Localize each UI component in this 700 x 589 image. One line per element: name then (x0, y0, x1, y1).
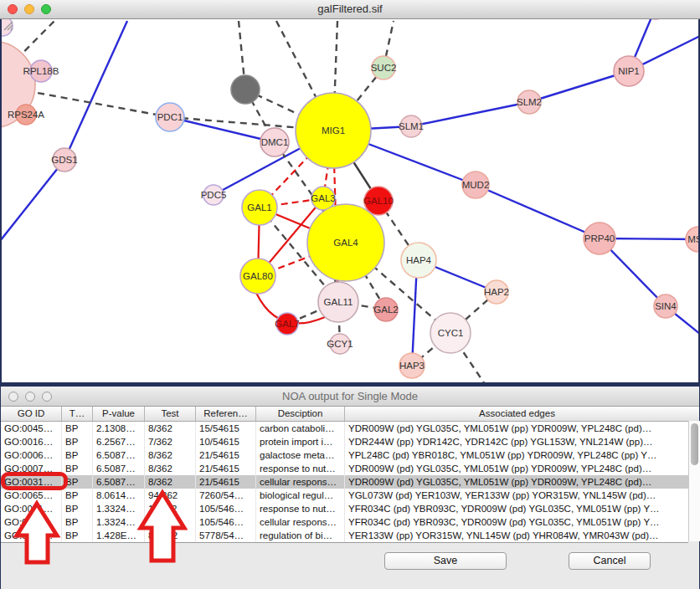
node-label-HAP3: HAP3 (399, 361, 425, 371)
node-label-GAL3: GAL3 (311, 193, 335, 203)
resize-grip-icon[interactable] (2, 19, 13, 31)
column-header-p-value[interactable]: P-value (93, 407, 145, 421)
cell-reference: 7260/54… (196, 489, 256, 502)
cell-test: 11/362 (145, 502, 196, 515)
noa-window: NOA output for Single Mode GO ID T… P-va… (0, 387, 700, 589)
noa-window-titlebar[interactable]: NOA output for Single Mode (1, 387, 699, 407)
cell-associated-edges: YPL248C (pd) YBR018C, YML051W (pp) YDR00… (345, 448, 688, 462)
node-label-RPS24A: RPS24A (8, 110, 44, 120)
cell-reference: 105/546… (196, 502, 256, 515)
cell-go-id: GO:0031… (1, 515, 62, 529)
cell-type: BP (62, 502, 93, 515)
network-edge[interactable] (2, 160, 64, 241)
cell-p-value: 1.3324… (93, 502, 145, 515)
cell-p-value: 1.3324… (93, 515, 145, 529)
node-label-DMC1: DMC1 (261, 137, 289, 147)
node-label-HAP4: HAP4 (406, 255, 432, 265)
table-row[interactable]: GO:0031… BP 1.3324… 11/362 105/546… resp… (1, 502, 688, 515)
cell-p-value: 6.2567… (93, 435, 145, 448)
table-row-selected[interactable]: GO:0031… BP 6.5087… 8/362 21/54615 cellu… (1, 475, 688, 489)
table-row[interactable]: GO:0031… BP 1.3324… 11/362 105/546… cell… (1, 515, 688, 529)
table-row[interactable]: GO:0016… BP 6.2567… 7/362 10/54615 prote… (1, 435, 688, 448)
cell-go-id: GO:0050… (1, 529, 62, 542)
node-label-CYC1: CYC1 (438, 328, 464, 338)
cell-associated-edges: YGL073W (pd) YER103W, YER133W (pp) YOR31… (345, 489, 688, 502)
table-row[interactable]: GO:0045… BP 2.1308… 8/362 15/54615 carbo… (1, 422, 688, 435)
column-header-reference[interactable]: Referen… (196, 407, 256, 421)
table-body: GO:0045… BP 2.1308… 8/362 15/54615 carbo… (1, 422, 688, 543)
column-header-test[interactable]: Test (145, 407, 196, 421)
cell-type: BP (62, 435, 93, 448)
network-window-titlebar[interactable]: galFiltered.sif (0, 0, 700, 19)
node-label-SUC2: SUC2 (371, 63, 397, 73)
cell-associated-edges: YER133W (pp) YOR315W, YNL145W (pd) YHR08… (345, 529, 688, 542)
node-label-SLM1: SLM1 (399, 121, 424, 131)
network-edge[interactable] (412, 264, 417, 366)
column-header-type[interactable]: T… (62, 407, 93, 421)
cell-description: regulation of bi… (256, 529, 345, 542)
window-title: galFiltered.sif (0, 3, 700, 15)
network-edge[interactable] (476, 185, 600, 238)
cell-description: carbon cataboli… (256, 422, 345, 435)
cell-p-value: 6.5087… (93, 475, 145, 489)
cell-go-id: GO:0045… (1, 422, 62, 435)
cell-reference: 21/54615 (196, 475, 256, 489)
save-button[interactable]: Save (384, 552, 507, 570)
network-canvas[interactable]: RPL18BRPS24AGDS1PDC1DMC1SUC2SLM1SLM2NIP1… (2, 19, 698, 382)
screenshot-root: { "window_top": { "title": "galFiltered.… (0, 0, 700, 589)
node-label-GAL11: GAL11 (324, 297, 353, 307)
table-row[interactable]: GO:0065… BP 8.0614… 94/362 7260/54… biol… (1, 489, 688, 502)
cell-reference: 21/54615 (196, 448, 256, 462)
cell-type: BP (62, 422, 93, 435)
cell-type: BP (62, 462, 93, 475)
cell-go-id: GO:0016… (1, 435, 62, 448)
node-label-MIG1: MIG1 (322, 125, 345, 136)
cell-description: biological regul… (256, 489, 345, 502)
cancel-button[interactable]: Cancel (569, 552, 651, 570)
cell-description: galactose meta… (256, 448, 345, 462)
network-edge[interactable] (411, 102, 529, 126)
column-header-go-id[interactable]: GO ID (1, 407, 62, 421)
node-label-NIP1: NIP1 (618, 66, 640, 76)
cell-go-id: GO:0065… (1, 489, 62, 502)
node-gray-node[interactable] (231, 75, 260, 104)
cell-description: response to nut… (256, 462, 345, 475)
node-label-RPL18B: RPL18B (23, 66, 59, 76)
cell-reference: 105/546… (196, 515, 256, 529)
cell-test: 8/362 (145, 462, 196, 475)
node-label-SLM2: SLM2 (517, 97, 542, 107)
cell-test: 80/362 (145, 529, 196, 542)
cell-reference: 5778/54… (196, 529, 256, 542)
cell-p-value: 6.5087… (93, 462, 145, 475)
noa-window-title: NOA output for Single Mode (1, 390, 699, 402)
cell-associated-edges: YDR009W (pd) YGL035C, YML051W (pp) YDR00… (345, 422, 688, 435)
table-row[interactable]: GO:0050… BP 1.428E… 80/362 5778/54… regu… (1, 529, 688, 542)
noa-results-table: GO ID T… P-value Test Referen… Desciptio… (1, 407, 699, 543)
cell-reference: 10/54615 (196, 435, 256, 448)
cell-test: 8/362 (145, 475, 196, 489)
node-label-GAL80: GAL80 (243, 271, 273, 281)
column-header-description[interactable]: Desciption (256, 407, 345, 421)
cell-p-value: 2.1308… (93, 422, 145, 435)
table-scrollbar[interactable] (688, 421, 700, 541)
network-graph: RPL18BRPS24AGDS1PDC1DMC1SUC2SLM1SLM2NIP1… (2, 19, 698, 382)
table-row[interactable]: GO:0007… BP 6.5087… 8/362 21/54615 respo… (1, 462, 688, 475)
cell-p-value: 8.0614… (93, 489, 145, 502)
node-label-MUD2: MUD2 (462, 180, 490, 190)
node-label-GCY1: GCY1 (327, 339, 353, 349)
cell-associated-edges: YDR009W (pd) YGL035C, YML051W (pp) YDR00… (345, 475, 688, 489)
node-label-GAL7: GAL7 (275, 319, 299, 329)
cell-go-id: GO:0031… (1, 502, 62, 515)
scrollbar-thumb[interactable] (691, 423, 698, 465)
table-header-row: GO ID T… P-value Test Referen… Desciptio… (1, 407, 699, 422)
column-header-associated-edges[interactable]: Associated edges (345, 407, 689, 421)
cell-test: 94/362 (145, 489, 196, 502)
cell-test: 8/362 (145, 448, 196, 462)
table-row[interactable]: GO:0006… BP 6.5087… 8/362 21/54615 galac… (1, 448, 688, 462)
network-window: galFiltered.sif RPL18BRPS24AGDS1PDC1DMC1… (0, 0, 700, 384)
cell-associated-edges: YFR034C (pd) YBR093C, YDR009W (pd) YGL03… (345, 502, 688, 515)
network-edge[interactable] (64, 21, 127, 160)
cell-associated-edges: YDR244W (pp) YDR142C, YDR142C (pp) YGL15… (345, 435, 688, 448)
annotation-box-go-id (1, 472, 68, 490)
cell-p-value: 1.428E… (93, 529, 145, 542)
